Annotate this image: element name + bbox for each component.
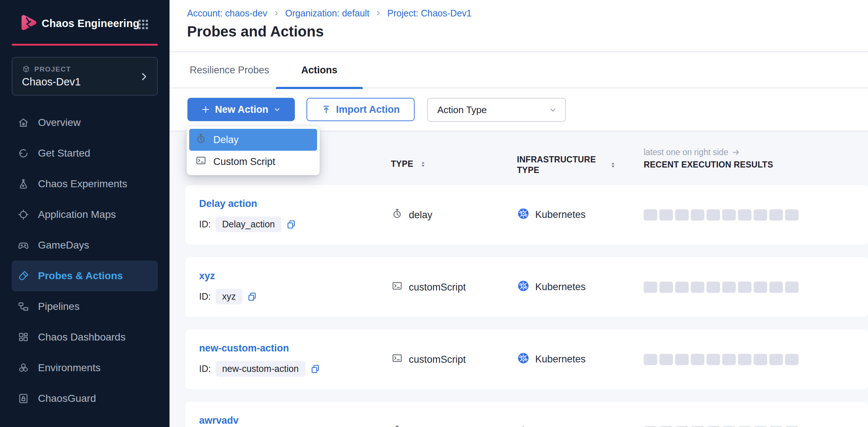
column-header-type: TYPE [391, 159, 427, 169]
infrastructure-type-cell: Linux [518, 425, 559, 427]
sidebar-item-label: Application Maps [38, 209, 116, 220]
breadcrumb-chevron-icon [273, 10, 279, 16]
arrow-right-icon [732, 148, 740, 157]
execution-result-placeholder [769, 209, 783, 220]
sidebar-item-label: Chaos Dashboards [38, 331, 126, 343]
project-selector[interactable]: PROJECT Chaos-Dev1 [12, 57, 158, 96]
execution-result-placeholder [738, 281, 751, 293]
action-name-link[interactable]: awrvadv [199, 415, 239, 426]
breadcrumb-account-link[interactable]: Account: chaos-dev [187, 8, 267, 19]
chevron-down-icon [549, 106, 557, 114]
sidebar: Chaos Engineering PROJECT Chaos-Dev1 Ove… [0, 0, 170, 427]
sidebar-item-label: Chaos Experiments [38, 178, 127, 190]
menu-item-delay[interactable]: Delay [189, 129, 317, 151]
new-action-button[interactable]: New Action [187, 98, 295, 121]
breadcrumb-project-link[interactable]: Project: Chaos-Dev1 [387, 8, 472, 19]
stopwatch-icon [392, 425, 403, 427]
brand-divider [12, 44, 158, 46]
kubernetes-icon [518, 208, 529, 219]
tab-actions[interactable]: Actions [276, 52, 363, 88]
execution-result-placeholder [785, 209, 799, 220]
action-name-link[interactable]: xyz [199, 270, 215, 281]
new-action-dropdown-menu: Delay Custom Script [187, 126, 320, 175]
import-action-button[interactable]: Import Action [307, 98, 415, 121]
execution-result-placeholder [659, 354, 673, 365]
breadcrumb-chevron-icon [375, 10, 381, 16]
sidebar-item-pipelines[interactable]: Pipelines [12, 291, 158, 322]
execution-result-placeholder [707, 354, 720, 365]
execution-result-placeholder [691, 354, 704, 365]
dashboards-icon [18, 331, 29, 343]
terminal-icon [392, 280, 403, 291]
tab-resilience-probes[interactable]: Resilience Probes [179, 52, 280, 88]
sidebar-item-application-maps[interactable]: Application Maps [12, 199, 158, 230]
action-id-pill: new-custom-action [216, 361, 305, 377]
copy-icon[interactable] [310, 364, 320, 374]
copy-icon[interactable] [286, 219, 296, 230]
sidebar-item-gamedays[interactable]: GameDays [12, 230, 158, 261]
sidebar-item-label: Overview [38, 117, 81, 128]
sidebar-item-chaosguard[interactable]: ChaosGuard [12, 383, 158, 414]
column-header-recent-execution-results: RECENT EXECUTION RESULTS [644, 160, 773, 170]
action-type-cell: delay [392, 425, 433, 427]
sort-icon[interactable] [419, 160, 427, 168]
test-tube-icon [18, 270, 29, 282]
page-title: Probes and Actions [187, 23, 324, 40]
sidebar-item-chaos-dashboards[interactable]: Chaos Dashboards [12, 322, 158, 353]
chaos-engineering-app: Chaos Engineering PROJECT Chaos-Dev1 Ove… [0, 0, 868, 427]
module-grid-icon[interactable] [137, 19, 149, 30]
execution-result-placeholder [707, 209, 720, 220]
sidebar-item-get-started[interactable]: Get Started [12, 138, 158, 169]
execution-result-placeholder [722, 354, 736, 365]
copy-icon[interactable] [247, 292, 257, 302]
action-id-pill: xyz [216, 289, 243, 304]
sidebar-item-environments[interactable]: Environments [12, 353, 158, 383]
get-started-icon [18, 147, 29, 159]
results-hint: latest one on right side [644, 147, 740, 157]
sidebar-item-overview[interactable]: Overview [12, 107, 158, 138]
execution-result-placeholder [722, 209, 736, 220]
chevron-right-icon [139, 72, 149, 82]
recent-execution-results [644, 209, 799, 220]
kubernetes-icon [518, 353, 529, 364]
action-type-filter[interactable]: Action Type [427, 98, 566, 122]
action-name-link[interactable]: new-custom-action [199, 343, 289, 354]
linux-icon [518, 425, 529, 427]
execution-result-placeholder [659, 209, 673, 220]
execution-result-placeholder [754, 354, 767, 365]
sidebar-item-probes-actions[interactable]: Probes & Actions [12, 261, 158, 291]
infrastructure-type-cell: Kubernetes [518, 353, 586, 366]
action-type-cell: customScript [392, 280, 466, 294]
menu-item-custom-script[interactable]: Custom Script [189, 151, 317, 173]
sort-icon[interactable] [609, 161, 617, 169]
execution-result-placeholder [644, 354, 657, 365]
action-name-link[interactable]: Delay action [199, 198, 257, 209]
gamepad-icon [18, 239, 29, 251]
terminal-icon [392, 353, 403, 363]
home-icon [18, 117, 29, 128]
breadcrumb-organization-link[interactable]: Organization: default [285, 8, 370, 19]
execution-result-placeholder [675, 354, 689, 365]
brand-title: Chaos Engineering [42, 18, 140, 30]
execution-result-placeholder [754, 209, 767, 220]
execution-result-placeholder [659, 281, 673, 293]
flask-icon [18, 178, 29, 190]
execution-result-placeholder [675, 209, 689, 220]
plus-icon [201, 105, 210, 114]
recent-execution-results [644, 281, 799, 293]
harness-chaos-logo-icon [18, 13, 38, 33]
sidebar-item-label: Get Started [38, 147, 90, 159]
tab-bar: Resilience Probes Actions [170, 52, 868, 88]
execution-result-placeholder [785, 354, 799, 365]
stopwatch-icon [392, 208, 403, 219]
sidebar-item-chaos-experiments[interactable]: Chaos Experiments [12, 169, 158, 199]
lock-icon [18, 393, 29, 404]
action-id-line: ID: Delay_action [199, 216, 296, 232]
id-label: ID: [199, 219, 211, 230]
terminal-icon [195, 155, 206, 166]
project-box-icon [22, 65, 30, 73]
kubernetes-icon [518, 280, 529, 292]
action-type-cell: customScript [392, 353, 466, 366]
action-row: Delay action ID: Delay_action delay Kube… [185, 185, 868, 245]
infrastructure-type-cell: Kubernetes [518, 208, 586, 222]
